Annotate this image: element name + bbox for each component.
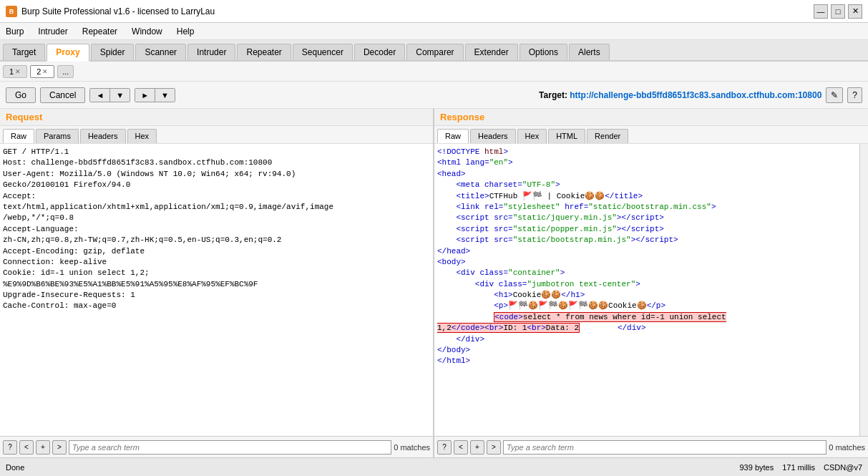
subtab-2[interactable]: 2 ✕ — [30, 65, 54, 78]
tab-spider[interactable]: Spider — [91, 44, 135, 60]
request-search-next[interactable]: > — [52, 440, 67, 455]
request-panel: Request Raw Params Headers Hex GET / HTT… — [0, 109, 434, 457]
main-tab-bar: Target Proxy Spider Scanner Intruder Rep… — [0, 40, 868, 62]
status-bytes: 939 bytes — [739, 463, 774, 472]
meta-tag: <meta charset="UTF-8"> — [456, 180, 560, 189]
response-scrollbar[interactable] — [859, 144, 868, 436]
subtab-bar: 1 ✕ 2 ✕ ... — [0, 62, 868, 82]
cancel-button[interactable]: Cancel — [40, 87, 85, 103]
window-title: Burp Suite Professional v1.6 - licensed … — [21, 6, 215, 16]
response-tabs: Raw Headers Hex HTML Render — [434, 126, 868, 144]
close-button[interactable]: ✕ — [848, 4, 862, 19]
maximize-button[interactable]: □ — [831, 4, 845, 19]
div-jumbotron-tag: <div class="jumbotron text-center"> — [475, 280, 640, 288]
request-body[interactable]: GET / HTTP/1.1 Host: challenge-bbd5ffd86… — [0, 144, 433, 436]
subtab-1-close[interactable]: ✕ — [15, 68, 21, 75]
target-label: Target: — [539, 90, 567, 100]
response-tab-hex[interactable]: Hex — [517, 129, 547, 143]
response-body-container: <!DOCTYPE html> <html lang="en"> <head> … — [434, 144, 868, 436]
request-tabs: Raw Params Headers Hex — [0, 126, 433, 144]
help-button[interactable]: ? — [847, 87, 862, 103]
response-search-help[interactable]: ? — [437, 440, 452, 455]
response-title: Response — [440, 112, 484, 122]
div-close-1: </div> — [618, 324, 646, 332]
p-tag: <p> — [494, 301, 508, 310]
menu-window[interactable]: Window — [129, 25, 165, 38]
response-search-add[interactable]: + — [470, 440, 484, 455]
response-header: Response — [434, 109, 868, 126]
title-close-tag: </title> — [605, 192, 643, 200]
forward-nav-group: ► ▼ — [135, 88, 175, 102]
link-tag: <link rel="stylesheet" href="static/boot… — [456, 203, 716, 211]
response-search-bar: ? < + > 0 matches — [434, 436, 868, 457]
response-search-next[interactable]: > — [487, 440, 501, 455]
tab-extender[interactable]: Extender — [465, 44, 518, 60]
tab-target[interactable]: Target — [3, 44, 45, 60]
response-matches: 0 matches — [829, 443, 865, 452]
back-down-button[interactable]: ▼ — [110, 89, 130, 102]
request-search-input[interactable] — [69, 440, 391, 455]
edit-target-button[interactable]: ✎ — [826, 87, 843, 103]
back-button[interactable]: ◄ — [90, 89, 110, 102]
request-search-help[interactable]: ? — [3, 440, 17, 455]
div-container-tag: <div class="container"> — [456, 268, 565, 277]
toolbar: Go Cancel ◄ ▼ ► ▼ Target: http://challen… — [0, 82, 868, 109]
statusbar: Done 939 bytes 171 millis CSDN@v7 — [0, 457, 868, 476]
response-tab-html[interactable]: HTML — [548, 129, 585, 143]
forward-down-button[interactable]: ▼ — [155, 89, 175, 102]
minimize-button[interactable]: — — [814, 4, 828, 19]
request-search-bar: ? < + > 0 matches — [0, 436, 433, 457]
menu-help[interactable]: Help — [174, 25, 198, 38]
go-button[interactable]: Go — [6, 87, 36, 103]
menu-repeater[interactable]: Repeater — [79, 25, 120, 38]
status-info: CSDN@v7 — [824, 463, 862, 472]
title-content: CTFHub 🚩🏁 | Cookie🍪🍪 — [489, 192, 605, 200]
titlebar: B Burp Suite Professional v1.6 - license… — [0, 0, 868, 23]
request-search-prev[interactable]: < — [19, 440, 34, 455]
status-millis: 171 millis — [782, 463, 815, 472]
tab-alerts[interactable]: Alerts — [569, 44, 610, 60]
request-tab-headers[interactable]: Headers — [80, 129, 126, 143]
target-url: http://challenge-bbd5ffd8651f3c83.sandbo… — [570, 90, 821, 100]
response-tab-raw[interactable]: Raw — [437, 129, 469, 143]
subtab-more[interactable]: ... — [57, 65, 74, 78]
request-matches: 0 matches — [394, 443, 430, 452]
request-tab-raw[interactable]: Raw — [3, 129, 34, 143]
tab-proxy[interactable]: Proxy — [47, 44, 89, 62]
body-open-tag: <body> — [437, 258, 466, 266]
request-search-add[interactable]: + — [36, 440, 50, 455]
div-close-2: </div> — [456, 335, 484, 344]
p-close-tag: </p> — [647, 301, 665, 310]
response-search-prev[interactable]: < — [454, 440, 468, 455]
menu-intruder[interactable]: Intruder — [35, 25, 70, 38]
request-header: Request — [0, 109, 433, 126]
h1-close-tag: </h1> — [561, 291, 585, 299]
request-title: Request — [6, 112, 42, 122]
menubar: Burp Intruder Repeater Window Help — [0, 23, 868, 40]
html-close-tag: </html> — [437, 356, 470, 365]
response-tab-render[interactable]: Render — [587, 129, 628, 143]
subtab-1[interactable]: 1 ✕ — [3, 65, 27, 78]
target-info: Target: http://challenge-bbd5ffd8651f3c8… — [539, 90, 821, 100]
tab-sequencer[interactable]: Sequencer — [293, 44, 353, 60]
response-tab-headers[interactable]: Headers — [470, 129, 516, 143]
script-bootstrap-tag: <script src="static/bootstrap.min.js"></… — [456, 235, 678, 244]
main-content: Request Raw Params Headers Hex GET / HTT… — [0, 109, 868, 457]
forward-button[interactable]: ► — [135, 89, 155, 102]
p-content: 🚩🏁🍪🚩🏁🍪🚩🏁🍪🍪Cookie🍪 — [508, 301, 647, 310]
menu-burp[interactable]: Burp — [3, 25, 26, 38]
tab-intruder[interactable]: Intruder — [187, 44, 235, 60]
tab-repeater[interactable]: Repeater — [237, 44, 291, 60]
response-search-input[interactable] — [503, 440, 826, 455]
request-tab-params[interactable]: Params — [36, 129, 79, 143]
body-close-tag: </body> — [437, 346, 470, 354]
tab-comparer[interactable]: Comparer — [406, 44, 463, 60]
tab-scanner[interactable]: Scanner — [135, 44, 186, 60]
head-close-tag: </head> — [437, 247, 470, 256]
status-text: Done — [6, 463, 24, 472]
subtab-2-close[interactable]: ✕ — [42, 68, 48, 75]
tab-decoder[interactable]: Decoder — [354, 44, 405, 60]
request-tab-hex[interactable]: Hex — [127, 129, 157, 143]
tab-options[interactable]: Options — [520, 44, 567, 60]
window-controls[interactable]: — □ ✕ — [814, 4, 862, 19]
